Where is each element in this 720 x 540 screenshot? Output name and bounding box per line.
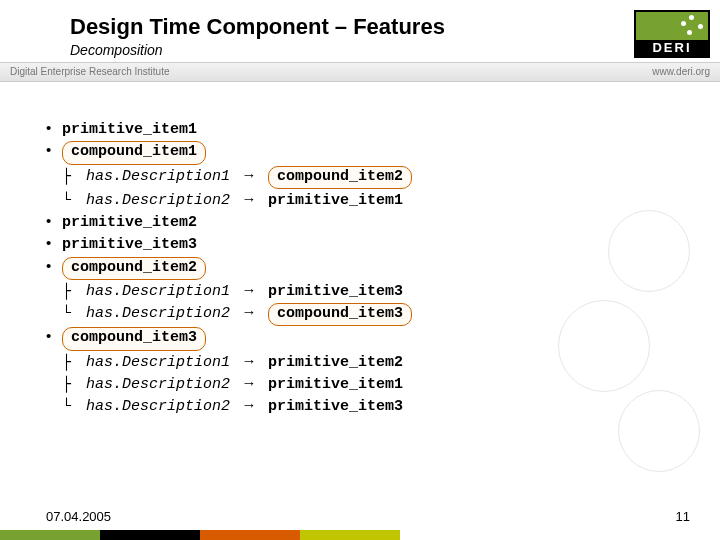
decorative-circle [608, 210, 690, 292]
slide-content: •primitive_item1•compound_item1├has.Desc… [46, 118, 412, 417]
logo-text: DERI [636, 40, 708, 56]
description-row: ├has.Description1 → primitive_item2 [46, 351, 412, 373]
logo-graphic [636, 12, 708, 40]
list-item: •primitive_item2 [46, 211, 412, 233]
slide-title: Design Time Component – Features [70, 14, 720, 40]
target-label: primitive_item1 [268, 376, 403, 393]
description-label: has.Description2 [86, 192, 230, 209]
bullet-icon: • [46, 233, 62, 253]
tree-branch-icon: ├ [62, 167, 86, 187]
description-row: └has.Description2 → compound_item3 [46, 302, 412, 326]
list-item: •compound_item3 [46, 326, 412, 350]
arrow-icon: → [239, 302, 259, 322]
description-label: has.Description1 [86, 168, 230, 185]
meta-bar: Digital Enterprise Research Institute ww… [0, 62, 720, 82]
description-label: has.Description1 [86, 354, 230, 371]
item-label: compound_item3 [62, 327, 206, 350]
description-label: has.Description2 [86, 398, 230, 415]
item-label: primitive_item3 [62, 236, 197, 253]
list-item: •compound_item1 [46, 140, 412, 164]
target-label: compound_item2 [268, 166, 412, 189]
target-label: compound_item3 [268, 303, 412, 326]
deri-logo: DERI [634, 10, 710, 58]
arrow-icon: → [239, 165, 259, 185]
bullet-icon: • [46, 326, 62, 346]
list-item: •primitive_item1 [46, 118, 412, 140]
description-row: └has.Description2 → primitive_item1 [46, 189, 412, 211]
tree-branch-icon: └ [62, 304, 86, 324]
arrow-icon: → [239, 373, 259, 393]
decorative-circle [618, 390, 700, 472]
description-row: ├has.Description1 → primitive_item3 [46, 280, 412, 302]
tree-branch-icon: └ [62, 191, 86, 211]
list-item: •compound_item2 [46, 256, 412, 280]
description-label: has.Description1 [86, 283, 230, 300]
list-item: •primitive_item3 [46, 233, 412, 255]
target-label: primitive_item3 [268, 283, 403, 300]
color-bar [0, 530, 720, 540]
tree-branch-icon: ├ [62, 375, 86, 395]
target-label: primitive_item2 [268, 354, 403, 371]
arrow-icon: → [239, 280, 259, 300]
site-url: www.deri.org [652, 63, 710, 81]
item-label: primitive_item1 [62, 121, 197, 138]
bullet-icon: • [46, 118, 62, 138]
bullet-icon: • [46, 256, 62, 276]
description-label: has.Description2 [86, 376, 230, 393]
arrow-icon: → [239, 395, 259, 415]
description-row: └has.Description2 → primitive_item3 [46, 395, 412, 417]
bullet-icon: • [46, 211, 62, 231]
item-label: compound_item1 [62, 141, 206, 164]
tree-branch-icon: └ [62, 397, 86, 417]
arrow-icon: → [239, 189, 259, 209]
description-row: ├has.Description2 → primitive_item1 [46, 373, 412, 395]
tree-branch-icon: ├ [62, 282, 86, 302]
item-label: compound_item2 [62, 257, 206, 280]
tree-branch-icon: ├ [62, 353, 86, 373]
target-label: primitive_item3 [268, 398, 403, 415]
slide-footer: 07.04.2005 11 [0, 509, 720, 540]
item-label: primitive_item2 [62, 214, 197, 231]
slide-subtitle: Decomposition [70, 42, 720, 58]
description-row: ├has.Description1 → compound_item2 [46, 165, 412, 189]
target-label: primitive_item1 [268, 192, 403, 209]
bullet-icon: • [46, 140, 62, 160]
footer-page-number: 11 [676, 509, 690, 524]
footer-date: 07.04.2005 [46, 509, 111, 524]
institute-name: Digital Enterprise Research Institute [10, 63, 170, 81]
slide-header: Design Time Component – Features Decompo… [0, 0, 720, 58]
decorative-circle [558, 300, 650, 392]
arrow-icon: → [239, 351, 259, 371]
description-label: has.Description2 [86, 305, 230, 322]
